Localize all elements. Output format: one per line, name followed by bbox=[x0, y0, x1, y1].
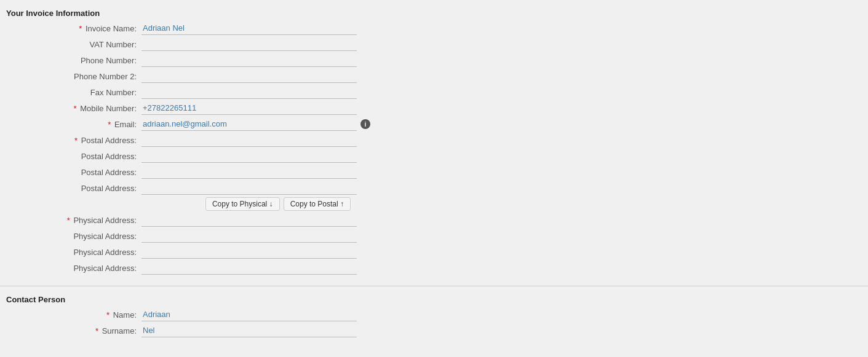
mobile-number-input[interactable] bbox=[141, 101, 357, 115]
required-star: * bbox=[79, 24, 82, 33]
contact-surname-input[interactable] bbox=[141, 324, 357, 337]
invoice-name-row: * Invoice Name: bbox=[0, 22, 868, 35]
physical-address-3-row: Physical Address: bbox=[0, 245, 868, 259]
email-label: * Email: bbox=[6, 120, 141, 129]
copy-buttons-row: Copy to Physical ↓ Copy to Postal ↑ bbox=[0, 197, 357, 211]
contact-name-label: * Name: bbox=[6, 310, 141, 320]
postal-address-4-input[interactable] bbox=[141, 181, 357, 195]
vat-number-input[interactable] bbox=[141, 37, 357, 51]
postal-address-2-row: Postal Address: bbox=[0, 149, 868, 163]
postal-address-1-input[interactable] bbox=[141, 133, 357, 147]
physical-address-2-label: Physical Address: bbox=[6, 232, 141, 241]
invoice-name-input[interactable] bbox=[141, 22, 357, 35]
phone-number-2-row: Phone Number 2: bbox=[0, 69, 868, 83]
phone-number-2-input[interactable] bbox=[141, 69, 357, 83]
phone-number-label: Phone Number: bbox=[6, 56, 141, 65]
physical-address-3-label: Physical Address: bbox=[6, 248, 141, 257]
vat-number-row: VAT Number: bbox=[0, 37, 868, 51]
physical-address-4-input[interactable] bbox=[141, 261, 357, 275]
physical-address-1-label: * Physical Address: bbox=[6, 216, 141, 225]
physical-address-3-input[interactable] bbox=[141, 245, 357, 259]
physical-address-1-input[interactable] bbox=[141, 213, 357, 227]
invoice-section-title: Your Invoice Information bbox=[0, 6, 868, 22]
email-info-icon: i bbox=[360, 119, 370, 129]
invoice-section: Your Invoice Information * Invoice Name:… bbox=[0, 0, 868, 286]
postal-address-4-row: Postal Address: bbox=[0, 181, 868, 195]
postal-address-2-input[interactable] bbox=[141, 149, 357, 163]
physical-address-2-input[interactable] bbox=[141, 229, 357, 243]
required-star: * bbox=[95, 326, 98, 335]
postal-address-2-label: Postal Address: bbox=[6, 152, 141, 161]
postal-address-1-label: * Postal Address: bbox=[6, 136, 141, 145]
copy-to-postal-button[interactable]: Copy to Postal ↑ bbox=[284, 197, 351, 211]
contact-surname-label: * Surname: bbox=[6, 326, 141, 335]
required-star: * bbox=[74, 136, 78, 145]
invoice-name-label: * Invoice Name: bbox=[6, 24, 141, 33]
phone-number-input[interactable] bbox=[141, 53, 357, 67]
postal-address-4-label: Postal Address: bbox=[6, 184, 141, 193]
required-star: * bbox=[106, 310, 109, 320]
physical-address-4-row: Physical Address: bbox=[0, 261, 868, 275]
fax-number-input[interactable] bbox=[141, 85, 357, 99]
contact-section-title: Contact Person bbox=[0, 292, 868, 308]
required-star: * bbox=[108, 120, 111, 129]
postal-address-1-row: * Postal Address: bbox=[0, 133, 868, 147]
contact-name-row: * Name: bbox=[0, 308, 868, 321]
mobile-number-row: * Mobile Number: bbox=[0, 101, 868, 115]
phone-number-row: Phone Number: bbox=[0, 53, 868, 67]
postal-address-3-label: Postal Address: bbox=[6, 168, 141, 177]
contact-surname-row: * Surname: bbox=[0, 324, 868, 337]
postal-address-3-input[interactable] bbox=[141, 165, 357, 179]
copy-to-physical-button[interactable]: Copy to Physical ↓ bbox=[205, 197, 280, 211]
mobile-number-label: * Mobile Number: bbox=[6, 104, 141, 113]
phone-number-2-label: Phone Number 2: bbox=[6, 72, 141, 81]
physical-address-4-label: Physical Address: bbox=[6, 264, 141, 273]
postal-address-3-row: Postal Address: bbox=[0, 165, 868, 179]
physical-address-1-row: * Physical Address: bbox=[0, 213, 868, 227]
contact-section: Contact Person * Name: * Surname: bbox=[0, 286, 868, 348]
email-row: * Email: i bbox=[0, 117, 868, 131]
required-star: * bbox=[74, 104, 77, 113]
fax-number-row: Fax Number: bbox=[0, 85, 868, 99]
fax-number-label: Fax Number: bbox=[6, 88, 141, 97]
vat-number-label: VAT Number: bbox=[6, 40, 141, 49]
physical-address-2-row: Physical Address: bbox=[0, 229, 868, 243]
required-star: * bbox=[67, 216, 70, 225]
email-input[interactable] bbox=[141, 117, 357, 131]
contact-name-input[interactable] bbox=[141, 308, 357, 321]
